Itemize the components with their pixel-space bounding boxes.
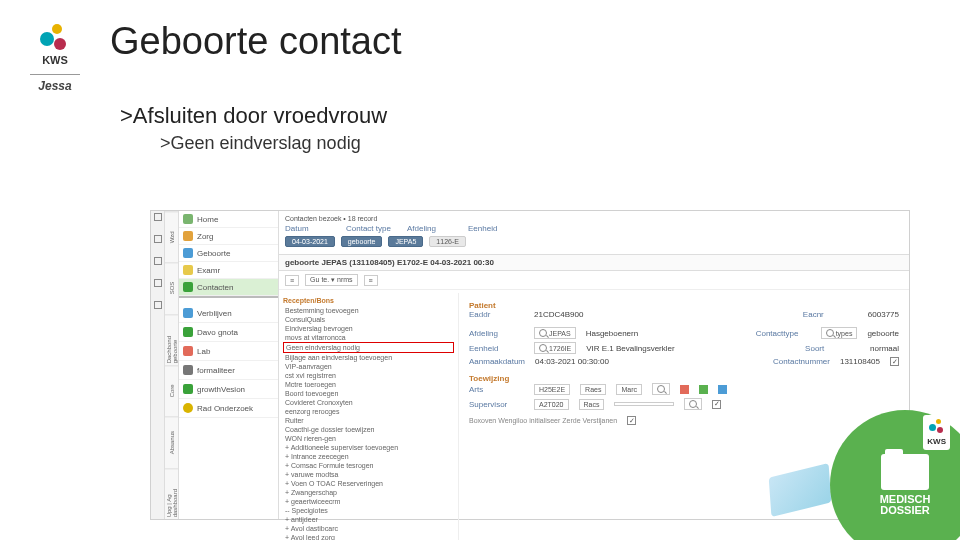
toolbar-menu-button[interactable]: ≡ [285, 275, 299, 286]
info-icon[interactable] [718, 385, 727, 394]
folder-icon [881, 454, 929, 490]
afdeling-input[interactable]: JEPAS [534, 327, 576, 339]
field-desc: VIR E.1 Bevalingsverkler [586, 344, 674, 353]
nav-label: Home [197, 215, 218, 224]
rail-icon[interactable] [154, 279, 162, 287]
rail-icon[interactable] [154, 301, 162, 309]
jessa-logo-label: Jessa [38, 79, 71, 93]
lookup-button[interactable] [684, 398, 702, 410]
field-label: Eaddr [469, 310, 524, 319]
field-label: Soort [805, 344, 860, 353]
nav-item-zorg[interactable]: Zorg [179, 228, 278, 245]
nav-item-contacten[interactable]: Contacten [179, 279, 278, 296]
nav-item-home[interactable]: Home [179, 211, 278, 228]
left-icon-rail [151, 211, 165, 519]
vertical-tab[interactable]: Core [165, 365, 178, 416]
nav-item-radonderzoek[interactable]: Rad Onderzoek [179, 399, 278, 418]
field-label: Eenheid [469, 344, 524, 353]
action-item[interactable]: WON rieren-gen [283, 434, 454, 443]
action-item[interactable]: Covideret Cronoxyten [283, 398, 454, 407]
checkbox[interactable]: ✓ [712, 400, 721, 409]
field-label: Eacnr [803, 310, 858, 319]
action-item[interactable]: Bijlage aan eindverslag toevoegen [283, 353, 454, 362]
filter-chip-afdeling[interactable]: JEPA5 [388, 236, 423, 247]
action-item[interactable]: Ruiter [283, 416, 454, 425]
action-item[interactable]: Boord toevoegen [283, 389, 454, 398]
vertical-tab[interactable]: Wzd [165, 211, 178, 262]
eenheid-input[interactable]: 1726IE [534, 342, 576, 354]
nav-item-growthvision[interactable]: growthVesion [179, 380, 278, 399]
rail-icon[interactable] [154, 257, 162, 265]
checkbox[interactable]: ✓ [890, 357, 899, 366]
rail-icon[interactable] [154, 235, 162, 243]
action-item[interactable]: + Comsac Formule tesrogen [283, 461, 454, 470]
action-item[interactable]: + Avol dastibcarc [283, 524, 454, 533]
nav-item-formaliteer[interactable]: formaliteer [179, 361, 278, 380]
action-item[interactable]: eenzorg rerocges [283, 407, 454, 416]
action-item[interactable]: Bestemming toevoegen [283, 306, 454, 315]
nav-label: Lab [197, 347, 210, 356]
action-item[interactable]: Mctre toeroegen [283, 380, 454, 389]
field-value: 04:03-2021 00:30:00 [535, 357, 609, 366]
nav-item-lab[interactable]: Lab [179, 342, 278, 361]
rail-icon[interactable] [154, 213, 162, 221]
field-value: 131108405 [840, 357, 880, 366]
action-item[interactable]: cst xvl registrren [283, 371, 454, 380]
action-item[interactable]: ConsulQuals [283, 315, 454, 324]
nav-item-examr[interactable]: Examr [179, 262, 278, 279]
vertical-tab[interactable]: Upg | Ag dashboard [165, 468, 178, 519]
field-label: Contactnummer [773, 357, 830, 366]
kws-badge-label: KWS [927, 437, 946, 446]
action-item[interactable]: + geaertwiceecrm [283, 497, 454, 506]
vertical-tab[interactable]: Dachbond geboorte [165, 314, 178, 365]
search-icon [657, 385, 665, 393]
action-item[interactable]: VIP-aanvragen [283, 362, 454, 371]
action-item[interactable]: -- Specigiotes [283, 506, 454, 515]
checkbox[interactable]: ✓ [627, 416, 636, 425]
bullet-line-2: >Geen eindverslag nodig [160, 133, 960, 154]
nav-item-davognota[interactable]: Davo gnota [179, 323, 278, 342]
delete-icon[interactable] [680, 385, 689, 394]
action-item[interactable]: + Avol leed zorg [283, 533, 454, 540]
nav-label: Zorg [197, 232, 213, 241]
content-top-label: Contacten bezoek • 18 record [285, 215, 903, 222]
kws-logo-label: KWS [42, 54, 68, 66]
field-label: Contacttype [756, 329, 811, 338]
arts-name-input[interactable]: Raes [580, 384, 606, 395]
field-label: Afdeling [469, 329, 524, 338]
action-item[interactable]: Eindverslag bevrogen [283, 324, 454, 333]
filter-chip-eenheid[interactable]: 1126-E [429, 236, 466, 247]
action-item[interactable]: + Intrance zeecegen [283, 452, 454, 461]
action-item[interactable]: + antijdeer [283, 515, 454, 524]
action-item[interactable]: + Voen O TOAC Reserveringen [283, 479, 454, 488]
action-item[interactable]: Coacthi-ge dossier toewijzen [283, 425, 454, 434]
action-item[interactable]: + Zwangerschap [283, 488, 454, 497]
field-label: Aanmaakdatum [469, 357, 525, 366]
arts-first-input[interactable]: Marc [616, 384, 642, 395]
supervisor-code-input[interactable]: A2T020 [534, 399, 569, 410]
field-value: 6003775 [868, 310, 899, 319]
vertical-tab[interactable]: SOS [165, 262, 178, 313]
toolbar-button[interactable]: ≡ [364, 275, 378, 286]
action-item[interactable]: + Additioneele superviser toevoegen [283, 443, 454, 452]
actions-column: Recepten/Bons Bestemming toevoegen Consu… [279, 293, 459, 540]
action-item-highlighted[interactable]: Geen eindverslag nodig [283, 342, 454, 353]
supervisor-name-input[interactable]: Racs [579, 399, 605, 410]
action-item[interactable]: movs at vitarroncca [283, 333, 454, 342]
filter-chip-contacttype[interactable]: geboorte [341, 236, 383, 247]
action-item[interactable]: + varuwe modtsa [283, 470, 454, 479]
nav-item-verblijven[interactable]: Verblijven [179, 304, 278, 323]
nav-label: growthVesion [197, 385, 245, 394]
nav-column: Home Zorg Geboorte Examr Contacten Verbl… [179, 211, 279, 519]
supervisor-first-input[interactable] [614, 402, 674, 406]
arts-code-input[interactable]: H25E2E [534, 384, 570, 395]
filter-chip-datum[interactable]: 04-03-2021 [285, 236, 335, 247]
vertical-tab[interactable]: Absanus [165, 416, 178, 467]
nav-label: Examr [197, 266, 220, 275]
nav-item-geboorte[interactable]: Geboorte [179, 245, 278, 262]
toolbar-dropdown[interactable]: Gu te. ▾ nrms [305, 274, 358, 286]
bullet-line-1: >Afsluiten door vroedvrouw [120, 103, 960, 129]
add-icon[interactable] [699, 385, 708, 394]
lookup-button[interactable] [652, 383, 670, 395]
contacttype-input[interactable]: types [821, 327, 858, 339]
